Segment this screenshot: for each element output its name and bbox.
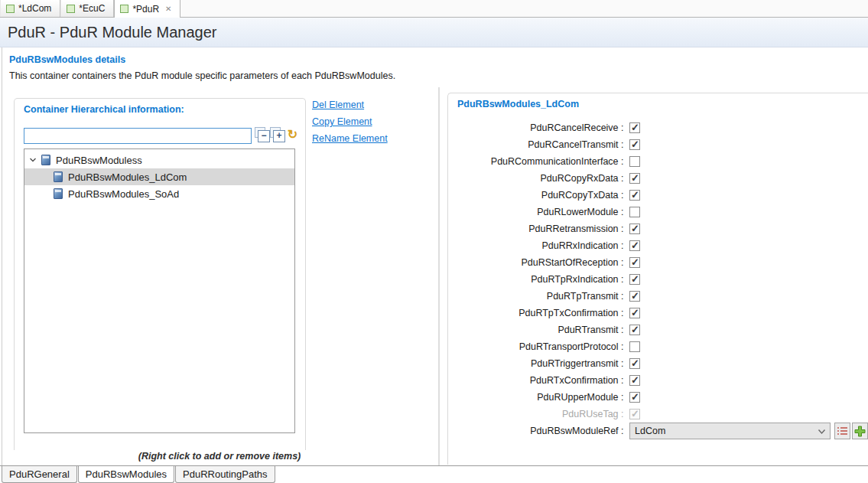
form-icon	[120, 5, 128, 13]
form-icon	[6, 5, 15, 13]
param-row-pdurtransmit: PduRTransmit	[448, 321, 868, 338]
checkbox-pdurtptransmit[interactable]	[629, 291, 640, 302]
checkbox-pdurusetag	[629, 409, 640, 419]
form-header: PduR - PduR Module Manager	[0, 18, 868, 47]
tree-item-pdurbswmodules-soad[interactable]: PduRBswModules_SoAd	[24, 185, 294, 202]
rename-element-link[interactable]: ReName Element	[312, 133, 388, 144]
plus-icon	[854, 426, 866, 437]
tree-item-label: PduRBswModuless	[56, 155, 142, 166]
checkbox-pdurcanceltransmit[interactable]	[629, 139, 640, 150]
param-row-pdurstartofreception: PduRStartOfReception	[448, 254, 868, 271]
param-label: PduRCancelTransmit	[448, 139, 626, 150]
tree-item-label: PduRBswModules_SoAd	[68, 188, 179, 200]
checkbox-pdurtprxindication[interactable]	[629, 274, 640, 285]
param-label: PduRUseTag	[448, 409, 626, 419]
param-label: PduRRxIndication	[448, 240, 626, 251]
add-reference-button[interactable]	[852, 423, 868, 439]
checkbox-pdurretransmission[interactable]	[629, 224, 640, 234]
browse-list-button[interactable]	[834, 423, 850, 439]
collapse-all-icon[interactable]	[255, 127, 269, 142]
param-row-pdurcancelreceive: PduRCancelReceive	[448, 119, 868, 136]
editor-tab-ecuc[interactable]: *EcuC	[60, 0, 114, 17]
form-icon	[67, 5, 75, 13]
param-row-pduruppermodule: PduRUpperModule	[448, 389, 868, 406]
param-row-pdurtxconfirmation: PduRTxConfirmation	[448, 372, 868, 389]
param-label: PduRTriggertransmit	[448, 358, 626, 369]
filter-input[interactable]	[24, 128, 252, 144]
page-tab-bar: PduRGeneralPduRBswModulesPduRRoutingPath…	[0, 465, 868, 483]
param-label: PduRRetransmission	[448, 224, 626, 234]
container-icon	[41, 155, 50, 165]
checkbox-pdurcancelreceive[interactable]	[629, 122, 640, 133]
tree-item-pdurbswmoduless[interactable]: PduRBswModuless	[24, 152, 294, 168]
form-left-border	[2, 47, 2, 465]
close-icon[interactable]: ✕	[165, 5, 171, 13]
editor-tab-pdur[interactable]: *PduR✕	[114, 0, 180, 18]
tab-pdurroutingpaths[interactable]: PduRRoutingPaths	[175, 466, 275, 483]
param-label: PduRTxConfirmation	[448, 375, 626, 386]
param-label: PduRCopyRxData	[448, 173, 626, 184]
param-label: PduRBswModuleRef	[448, 426, 626, 436]
pane-divider[interactable]	[438, 87, 440, 465]
param-label: PduRStartOfReception	[448, 257, 626, 268]
bsw-module-ref-row: PduRBswModuleRef LdCom	[448, 423, 868, 439]
editor-tab-label: *EcuC	[79, 3, 105, 14]
checkbox-pdurstartofreception[interactable]	[629, 257, 640, 268]
copy-element-link[interactable]: Copy Element	[312, 116, 372, 127]
checkbox-pdurcopyrxdata[interactable]	[629, 173, 640, 184]
param-row-pdurrxindication: PduRRxIndication	[448, 237, 868, 254]
tab-pdurbswmodules[interactable]: PduRBswModules	[78, 466, 174, 483]
param-label: PduRTransportProtocol	[448, 341, 626, 352]
editor-tab-ldcom[interactable]: *LdCom	[0, 0, 60, 17]
param-row-pdurcopyrxdata: PduRCopyRxData	[448, 170, 868, 187]
param-row-pdurtptxconfirmation: PduRTpTxConfirmation	[448, 305, 868, 321]
param-row-pdurtriggertransmit: PduRTriggertransmit	[448, 355, 868, 372]
page-title: PduR - PduR Module Manager	[8, 24, 216, 41]
section-description: This container containers the PduR modul…	[9, 70, 395, 81]
param-row-pdurusetag: PduRUseTag	[448, 406, 868, 423]
parameter-list: PduRCancelReceivePduRCancelTransmitPduRC…	[448, 119, 868, 423]
param-row-pdurcopytxdata: PduRCopyTxData	[448, 187, 868, 204]
refresh-icon[interactable]: ↻	[285, 128, 300, 142]
tab-pdurgeneral[interactable]: PduRGeneral	[2, 466, 77, 483]
param-row-pdurtptransmit: PduRTpTransmit	[448, 288, 868, 305]
container-hierarchy-title: Container Hierarchical information:	[24, 104, 184, 115]
bsw-module-ref-value: LdCom	[635, 426, 665, 436]
chevron-down-icon	[818, 429, 826, 435]
list-icon	[837, 426, 847, 436]
tree-item-label: PduRBswModules_LdCom	[68, 171, 187, 183]
checkbox-pdurtransmit[interactable]	[629, 325, 640, 335]
param-row-pdurretransmission: PduRRetransmission	[448, 220, 868, 237]
checkbox-pdurtxconfirmation[interactable]	[629, 375, 640, 386]
tree-item-pdurbswmodules-ldcom[interactable]: PduRBswModules_LdCom	[24, 168, 294, 185]
param-label: PduRUpperModule	[448, 392, 626, 403]
editor-tab-label: *PduR	[132, 4, 159, 15]
param-label: PduRLowerModule	[448, 207, 626, 217]
parameters-group-title: PduRBswModules_LdCom	[457, 99, 579, 109]
param-row-pdurtprxindication: PduRTpRxIndication	[448, 271, 868, 288]
param-row-pdurcanceltransmit: PduRCancelTransmit	[448, 136, 868, 153]
checkbox-pduruppermodule[interactable]	[629, 392, 640, 403]
param-label: PduRTpTxConfirmation	[448, 308, 626, 318]
context-menu-hint: (Right click to add or remove items)	[0, 451, 439, 462]
checkbox-pdurcommunicationinterface[interactable]	[629, 156, 640, 167]
del-element-link[interactable]: Del Element	[312, 100, 364, 110]
param-label: PduRCommunicationInterface	[448, 156, 626, 167]
checkbox-pdurrxindication[interactable]	[629, 240, 640, 251]
param-row-pdurlowermodule: PduRLowerModule	[448, 204, 868, 220]
checkbox-pdurlowermodule[interactable]	[629, 207, 640, 217]
section-title: PduRBswModules details	[9, 54, 125, 65]
checkbox-pdurtriggertransmit[interactable]	[629, 358, 640, 369]
checkbox-pdurcopytxdata[interactable]	[629, 190, 640, 201]
parameters-group: PduRBswModules_LdCom PduRCancelReceivePd…	[447, 93, 868, 465]
param-label: PduRTpRxIndication	[448, 274, 626, 285]
checkbox-pdurtransportprotocol[interactable]	[629, 341, 640, 352]
param-label: PduRCancelReceive	[448, 122, 626, 133]
container-tree[interactable]: PduRBswModuless PduRBswModules_LdComPduR…	[24, 148, 295, 433]
expand-all-icon[interactable]	[270, 127, 284, 142]
editor-tab-bar: *LdCom*EcuC*PduR✕	[0, 0, 868, 18]
bsw-module-ref-select[interactable]: LdCom	[629, 423, 831, 439]
checkbox-pdurtptxconfirmation[interactable]	[629, 308, 640, 318]
chevron-down-icon[interactable]	[29, 156, 38, 164]
container-icon	[54, 171, 63, 182]
